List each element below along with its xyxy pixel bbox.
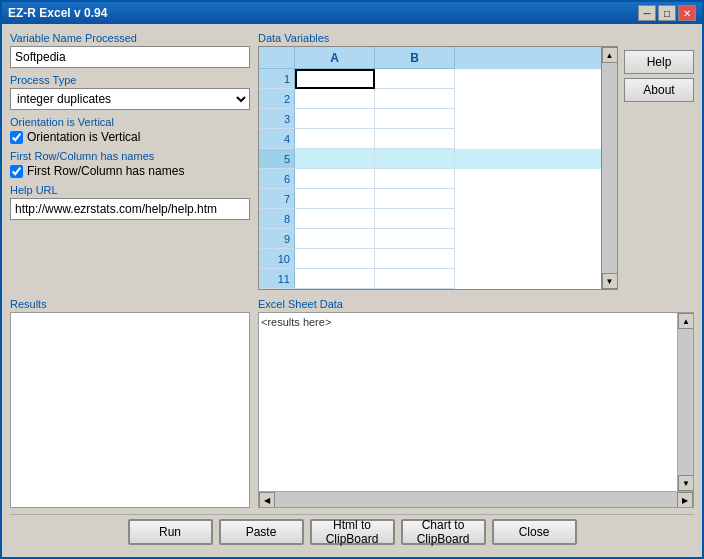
- grid-cell-11a[interactable]: [295, 269, 375, 289]
- grid-row-10: 10: [259, 249, 601, 269]
- close-window-button[interactable]: ✕: [678, 5, 696, 21]
- chart-clipboard-button[interactable]: Chart to ClipBoard: [401, 519, 486, 545]
- grid-row-num-9: 9: [259, 229, 295, 249]
- variable-name-label: Variable Name Processed: [10, 32, 250, 44]
- grid-cell-1b[interactable]: [375, 69, 455, 89]
- grid-row-4: 4: [259, 129, 601, 149]
- about-button[interactable]: About: [624, 78, 694, 102]
- excel-sheet-panel: Excel Sheet Data <results here> ▲ ▼: [258, 298, 694, 508]
- title-bar: EZ-R Excel v 0.94 ─ □ ✕: [2, 2, 702, 24]
- grid-row-num-3: 3: [259, 109, 295, 129]
- grid-row-num-5: 5: [259, 149, 295, 169]
- grid-row-9: 9: [259, 229, 601, 249]
- grid-cell-8b[interactable]: [375, 209, 455, 229]
- bottom-bar: Run Paste Html to ClipBoard Chart to Cli…: [10, 514, 694, 549]
- grid-cell-4b[interactable]: [375, 129, 455, 149]
- excel-h-scroll-track[interactable]: [275, 492, 677, 507]
- grid-cell-7b[interactable]: [375, 189, 455, 209]
- orientation-checkbox[interactable]: [10, 131, 23, 144]
- html-clipboard-button[interactable]: Html to ClipBoard: [310, 519, 395, 545]
- help-url-label: Help URL: [10, 184, 250, 196]
- first-row-checkbox[interactable]: [10, 165, 23, 178]
- orientation-label: Orientation is Vertical: [10, 116, 250, 128]
- grid-vertical-scrollbar[interactable]: ▲ ▼: [601, 47, 617, 289]
- grid-cell-9b[interactable]: [375, 229, 455, 249]
- grid-row-7: 7: [259, 189, 601, 209]
- excel-sheet-placeholder: <results here>: [261, 316, 331, 328]
- excel-scroll-down-button[interactable]: ▼: [678, 475, 693, 491]
- excel-sheet-title: Excel Sheet Data: [258, 298, 694, 310]
- excel-v-scroll-track[interactable]: [678, 329, 693, 475]
- paste-button[interactable]: Paste: [219, 519, 304, 545]
- grid-row-num-11: 11: [259, 269, 295, 289]
- run-button[interactable]: Run: [128, 519, 213, 545]
- excel-scroll-left-button[interactable]: ◀: [259, 492, 275, 508]
- title-bar-controls: ─ □ ✕: [638, 5, 696, 21]
- grid-cell-7a[interactable]: [295, 189, 375, 209]
- grid-row-5: 5: [259, 149, 601, 169]
- grid-row-num-1: 1: [259, 69, 295, 89]
- middle-section: Results Excel Sheet Data <results here> …: [10, 298, 694, 508]
- grid-row-num-7: 7: [259, 189, 295, 209]
- grid-cell-4a[interactable]: [295, 129, 375, 149]
- grid-row-2: 2: [259, 89, 601, 109]
- top-section: Variable Name Processed Process Type int…: [10, 32, 694, 292]
- grid-scroll-area: A B 1: [259, 47, 617, 289]
- scroll-up-button[interactable]: ▲: [602, 47, 618, 63]
- scroll-track[interactable]: [602, 63, 617, 273]
- grid-row-8: 8: [259, 209, 601, 229]
- grid-cell-11b[interactable]: [375, 269, 455, 289]
- grid-cell-6a[interactable]: [295, 169, 375, 189]
- grid-cell-2a[interactable]: [295, 89, 375, 109]
- grid-cell-10b[interactable]: [375, 249, 455, 269]
- grid-row-3: 3: [259, 109, 601, 129]
- grid-row-num-10: 10: [259, 249, 295, 269]
- grid-row-6: 6: [259, 169, 601, 189]
- grid-cell-5b[interactable]: [375, 149, 455, 169]
- grid-row-num-6: 6: [259, 169, 295, 189]
- grid-cell-1a[interactable]: [295, 69, 375, 89]
- process-type-label: Process Type: [10, 74, 250, 86]
- data-grid: A B 1: [258, 46, 618, 290]
- results-title: Results: [10, 298, 250, 310]
- grid-row-num-4: 4: [259, 129, 295, 149]
- grid-cell-6b[interactable]: [375, 169, 455, 189]
- help-url-group: Help URL: [10, 184, 250, 220]
- process-type-row: integer duplicates float duplicates stri…: [10, 88, 250, 110]
- orientation-checkbox-row: Orientation is Vertical: [10, 130, 250, 144]
- window-title: EZ-R Excel v 0.94: [8, 6, 107, 20]
- process-type-group: Process Type integer duplicates float du…: [10, 74, 250, 110]
- grid-row-11: 11: [259, 269, 601, 289]
- orientation-checkbox-label: Orientation is Vertical: [27, 130, 140, 144]
- results-panel: Results: [10, 298, 250, 508]
- variable-name-input[interactable]: [10, 46, 250, 68]
- maximize-button[interactable]: □: [658, 5, 676, 21]
- grid-main: A B 1: [259, 47, 601, 289]
- scroll-down-button[interactable]: ▼: [602, 273, 618, 289]
- main-window: EZ-R Excel v 0.94 ─ □ ✕ Variable Name Pr…: [0, 0, 704, 559]
- minimize-button[interactable]: ─: [638, 5, 656, 21]
- window-content: Variable Name Processed Process Type int…: [2, 24, 702, 557]
- grid-cell-9a[interactable]: [295, 229, 375, 249]
- first-row-label: First Row/Column has names: [10, 150, 250, 162]
- first-row-checkbox-label: First Row/Column has names: [27, 164, 184, 178]
- grid-cell-5a[interactable]: [295, 149, 375, 169]
- help-url-input[interactable]: [10, 198, 250, 220]
- grid-row-num-8: 8: [259, 209, 295, 229]
- grid-cell-3a[interactable]: [295, 109, 375, 129]
- grid-corner: [259, 47, 295, 69]
- grid-cell-10a[interactable]: [295, 249, 375, 269]
- grid-row-num-2: 2: [259, 89, 295, 109]
- grid-cell-2b[interactable]: [375, 89, 455, 109]
- help-button[interactable]: Help: [624, 50, 694, 74]
- excel-scroll-up-button[interactable]: ▲: [678, 313, 693, 329]
- left-panel: Variable Name Processed Process Type int…: [10, 32, 250, 292]
- process-type-select[interactable]: integer duplicates float duplicates stri…: [10, 88, 250, 110]
- results-area[interactable]: [10, 312, 250, 508]
- data-variables-title: Data Variables: [258, 32, 618, 44]
- excel-scroll-right-button[interactable]: ▶: [677, 492, 693, 508]
- grid-cell-8a[interactable]: [295, 209, 375, 229]
- grid-cell-3b[interactable]: [375, 109, 455, 129]
- orientation-group: Orientation is Vertical Orientation is V…: [10, 116, 250, 144]
- close-button[interactable]: Close: [492, 519, 577, 545]
